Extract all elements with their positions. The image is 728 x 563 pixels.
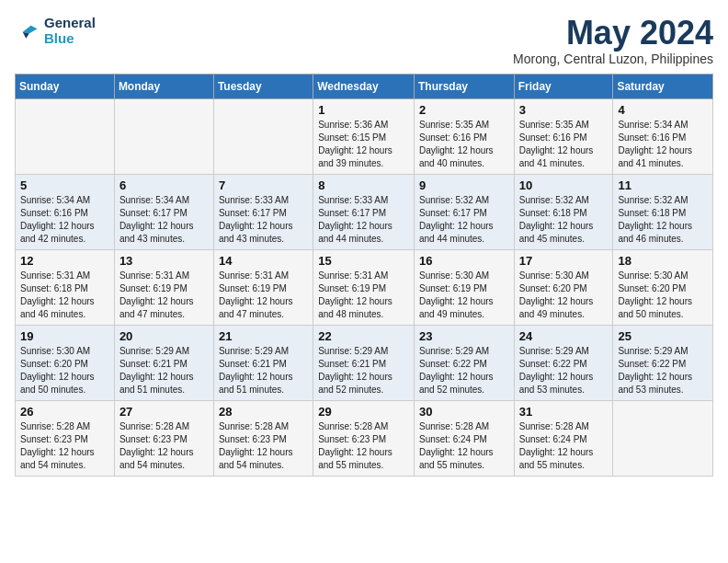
day-number: 20 [119, 329, 209, 343]
day-info: Sunrise: 5:28 AM Sunset: 6:23 PM Dayligh… [219, 420, 308, 472]
calendar-cell-w2-d5: 9Sunrise: 5:32 AM Sunset: 6:17 PM Daylig… [414, 174, 514, 249]
day-info: Sunrise: 5:31 AM Sunset: 6:19 PM Dayligh… [119, 270, 209, 321]
header-tuesday: Tuesday [213, 74, 313, 98]
page-header: General Blue May 2024 Morong, Central Lu… [15, 15, 713, 66]
day-info: Sunrise: 5:28 AM Sunset: 6:23 PM Dayligh… [20, 420, 109, 472]
day-number: 16 [419, 254, 509, 268]
day-number: 12 [20, 254, 109, 268]
calendar-cell-w5-d4: 29Sunrise: 5:28 AM Sunset: 6:23 PM Dayli… [313, 400, 415, 476]
header-thursday: Thursday [414, 74, 514, 98]
calendar-cell-w2-d7: 11Sunrise: 5:32 AM Sunset: 6:18 PM Dayli… [613, 174, 713, 249]
day-info: Sunrise: 5:34 AM Sunset: 6:16 PM Dayligh… [20, 194, 109, 246]
day-info: Sunrise: 5:33 AM Sunset: 6:17 PM Dayligh… [219, 194, 308, 246]
day-number: 8 [318, 178, 409, 192]
day-number: 4 [618, 103, 708, 117]
day-number: 24 [519, 329, 609, 343]
day-info: Sunrise: 5:28 AM Sunset: 6:23 PM Dayligh… [119, 420, 209, 472]
calendar-cell-w4-d5: 23Sunrise: 5:29 AM Sunset: 6:22 PM Dayli… [414, 325, 514, 400]
day-number: 21 [219, 329, 308, 343]
day-info: Sunrise: 5:34 AM Sunset: 6:17 PM Dayligh… [119, 194, 209, 246]
week-row-1: 1Sunrise: 5:36 AM Sunset: 6:15 PM Daylig… [16, 98, 713, 174]
day-number: 26 [20, 405, 109, 419]
calendar-cell-w5-d6: 31Sunrise: 5:28 AM Sunset: 6:24 PM Dayli… [514, 400, 613, 476]
calendar-cell-w3-d7: 18Sunrise: 5:30 AM Sunset: 6:20 PM Dayli… [613, 249, 713, 325]
day-number: 23 [419, 329, 509, 343]
calendar-cell-w1-d1 [16, 98, 115, 174]
week-row-4: 19Sunrise: 5:30 AM Sunset: 6:20 PM Dayli… [16, 325, 713, 400]
location: Morong, Central Luzon, Philippines [513, 52, 713, 66]
day-number: 11 [618, 178, 708, 192]
day-number: 25 [618, 329, 708, 343]
day-number: 29 [318, 405, 409, 419]
day-info: Sunrise: 5:35 AM Sunset: 6:16 PM Dayligh… [419, 119, 509, 170]
calendar-cell-w4-d1: 19Sunrise: 5:30 AM Sunset: 6:20 PM Dayli… [16, 325, 115, 400]
week-row-2: 5Sunrise: 5:34 AM Sunset: 6:16 PM Daylig… [16, 174, 713, 249]
calendar-cell-w4-d4: 22Sunrise: 5:29 AM Sunset: 6:21 PM Dayli… [313, 325, 415, 400]
calendar-cell-w1-d4: 1Sunrise: 5:36 AM Sunset: 6:15 PM Daylig… [313, 98, 415, 174]
day-number: 6 [119, 178, 209, 192]
calendar-cell-w1-d7: 4Sunrise: 5:34 AM Sunset: 6:16 PM Daylig… [613, 98, 713, 174]
calendar-cell-w1-d3 [213, 98, 313, 174]
day-info: Sunrise: 5:32 AM Sunset: 6:18 PM Dayligh… [618, 194, 708, 246]
calendar-cell-w1-d2 [114, 98, 213, 174]
calendar-cell-w1-d5: 2Sunrise: 5:35 AM Sunset: 6:16 PM Daylig… [414, 98, 514, 174]
day-info: Sunrise: 5:32 AM Sunset: 6:17 PM Dayligh… [419, 194, 509, 246]
calendar-cell-w2-d2: 6Sunrise: 5:34 AM Sunset: 6:17 PM Daylig… [114, 174, 213, 249]
day-number: 27 [119, 405, 209, 419]
day-info: Sunrise: 5:30 AM Sunset: 6:19 PM Dayligh… [419, 270, 509, 321]
day-info: Sunrise: 5:32 AM Sunset: 6:18 PM Dayligh… [519, 194, 609, 246]
calendar-cell-w3-d1: 12Sunrise: 5:31 AM Sunset: 6:18 PM Dayli… [16, 249, 115, 325]
day-info: Sunrise: 5:29 AM Sunset: 6:22 PM Dayligh… [618, 345, 708, 396]
calendar-cell-w4-d3: 21Sunrise: 5:29 AM Sunset: 6:21 PM Dayli… [213, 325, 313, 400]
calendar-cell-w5-d2: 27Sunrise: 5:28 AM Sunset: 6:23 PM Dayli… [114, 400, 213, 476]
calendar-header-row: Sunday Monday Tuesday Wednesday Thursday… [16, 74, 713, 98]
day-info: Sunrise: 5:36 AM Sunset: 6:15 PM Dayligh… [318, 119, 409, 170]
calendar-cell-w2-d3: 7Sunrise: 5:33 AM Sunset: 6:17 PM Daylig… [213, 174, 313, 249]
calendar-cell-w2-d6: 10Sunrise: 5:32 AM Sunset: 6:18 PM Dayli… [514, 174, 613, 249]
day-info: Sunrise: 5:30 AM Sunset: 6:20 PM Dayligh… [20, 345, 109, 396]
day-number: 14 [219, 254, 308, 268]
day-number: 28 [219, 405, 308, 419]
day-info: Sunrise: 5:31 AM Sunset: 6:18 PM Dayligh… [20, 270, 109, 321]
week-row-3: 12Sunrise: 5:31 AM Sunset: 6:18 PM Dayli… [16, 249, 713, 325]
day-number: 9 [419, 178, 509, 192]
day-info: Sunrise: 5:31 AM Sunset: 6:19 PM Dayligh… [318, 270, 409, 321]
day-number: 19 [20, 329, 109, 343]
month-year: May 2024 [513, 15, 713, 52]
day-info: Sunrise: 5:29 AM Sunset: 6:21 PM Dayligh… [219, 345, 308, 396]
day-info: Sunrise: 5:33 AM Sunset: 6:17 PM Dayligh… [318, 194, 409, 246]
day-number: 17 [519, 254, 609, 268]
day-info: Sunrise: 5:29 AM Sunset: 6:21 PM Dayligh… [119, 345, 209, 396]
calendar-cell-w3-d4: 15Sunrise: 5:31 AM Sunset: 6:19 PM Dayli… [313, 249, 415, 325]
calendar-cell-w5-d3: 28Sunrise: 5:28 AM Sunset: 6:23 PM Dayli… [213, 400, 313, 476]
calendar-cell-w4-d7: 25Sunrise: 5:29 AM Sunset: 6:22 PM Dayli… [613, 325, 713, 400]
day-info: Sunrise: 5:28 AM Sunset: 6:24 PM Dayligh… [419, 420, 509, 472]
logo-text: General [44, 15, 96, 30]
day-number: 2 [419, 103, 509, 117]
calendar-cell-w5-d7 [613, 400, 713, 476]
day-info: Sunrise: 5:28 AM Sunset: 6:24 PM Dayligh… [519, 420, 609, 472]
day-info: Sunrise: 5:34 AM Sunset: 6:16 PM Dayligh… [618, 119, 708, 170]
day-number: 5 [20, 178, 109, 192]
day-number: 15 [318, 254, 409, 268]
day-info: Sunrise: 5:30 AM Sunset: 6:20 PM Dayligh… [519, 270, 609, 321]
svg-marker-0 [23, 26, 38, 34]
calendar-cell-w5-d1: 26Sunrise: 5:28 AM Sunset: 6:23 PM Dayli… [16, 400, 115, 476]
logo-subtext: Blue [44, 30, 96, 46]
day-info: Sunrise: 5:29 AM Sunset: 6:21 PM Dayligh… [318, 345, 409, 396]
calendar-cell-w2-d1: 5Sunrise: 5:34 AM Sunset: 6:16 PM Daylig… [16, 174, 115, 249]
day-info: Sunrise: 5:29 AM Sunset: 6:22 PM Dayligh… [519, 345, 609, 396]
calendar-cell-w2-d4: 8Sunrise: 5:33 AM Sunset: 6:17 PM Daylig… [313, 174, 415, 249]
day-info: Sunrise: 5:35 AM Sunset: 6:16 PM Dayligh… [519, 119, 609, 170]
day-number: 7 [219, 178, 308, 192]
calendar-cell-w4-d2: 20Sunrise: 5:29 AM Sunset: 6:21 PM Dayli… [114, 325, 213, 400]
day-number: 18 [618, 254, 708, 268]
day-info: Sunrise: 5:30 AM Sunset: 6:20 PM Dayligh… [618, 270, 708, 321]
day-info: Sunrise: 5:31 AM Sunset: 6:19 PM Dayligh… [219, 270, 308, 321]
day-info: Sunrise: 5:28 AM Sunset: 6:23 PM Dayligh… [318, 420, 409, 472]
calendar-cell-w3-d3: 14Sunrise: 5:31 AM Sunset: 6:19 PM Dayli… [213, 249, 313, 325]
day-number: 10 [519, 178, 609, 192]
calendar-cell-w5-d5: 30Sunrise: 5:28 AM Sunset: 6:24 PM Dayli… [414, 400, 514, 476]
day-number: 22 [318, 329, 409, 343]
week-row-5: 26Sunrise: 5:28 AM Sunset: 6:23 PM Dayli… [16, 400, 713, 476]
